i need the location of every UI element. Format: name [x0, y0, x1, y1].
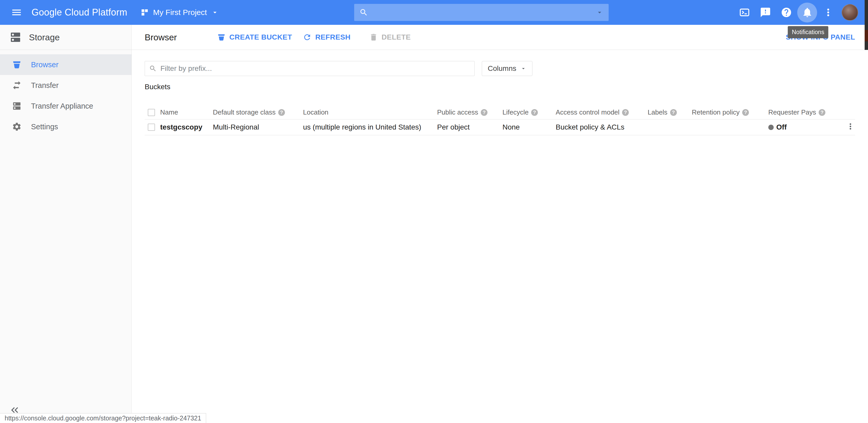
- bucket-icon: [12, 60, 22, 69]
- global-search-input[interactable]: [372, 8, 592, 17]
- sidebar-item-settings[interactable]: Settings: [0, 116, 131, 137]
- header-name: Name: [160, 108, 178, 116]
- create-bucket-button[interactable]: CREATE BUCKET: [217, 33, 292, 41]
- project-icon: [141, 8, 149, 17]
- row-checkbox[interactable]: [148, 123, 155, 131]
- chevron-down-icon: [520, 65, 526, 72]
- columns-dropdown-button[interactable]: Columns: [482, 61, 532, 76]
- buckets-section-label: Buckets: [145, 83, 855, 91]
- filter-box[interactable]: [145, 61, 474, 76]
- header-actions: [735, 3, 868, 23]
- cell-public-access: Per object: [437, 123, 470, 131]
- create-bucket-label: CREATE BUCKET: [229, 33, 292, 41]
- help-icon[interactable]: ?: [278, 109, 285, 116]
- sidebar-nav: Browser Transfer Transfer Appliance Sett…: [0, 50, 131, 137]
- header-storage-class: Default storage class: [213, 108, 276, 116]
- sidebar: Storage Browser Transfer Transfer Applia…: [0, 25, 132, 423]
- sidebar-item-label: Transfer Appliance: [31, 102, 93, 110]
- sidebar-item-transfer[interactable]: Transfer: [0, 75, 131, 96]
- sidebar-header: Storage: [0, 25, 131, 50]
- feedback-icon[interactable]: [755, 3, 775, 23]
- buckets-table: Name Default storage class ? Location Pu…: [145, 106, 855, 135]
- cell-location: us (multiple regions in United States): [303, 123, 421, 131]
- page-title: Browser: [145, 32, 177, 43]
- refresh-icon: [303, 33, 312, 41]
- cell-access-control: Bucket policy & ACLs: [556, 123, 624, 131]
- header-retention-policy: Retention policy: [692, 108, 740, 116]
- columns-label: Columns: [488, 64, 516, 73]
- help-icon[interactable]: ?: [481, 109, 488, 116]
- sidebar-title: Storage: [29, 32, 60, 43]
- help-icon[interactable]: ?: [670, 109, 677, 116]
- more-vertical-icon[interactable]: [818, 3, 838, 23]
- delete-label: DELETE: [381, 33, 411, 41]
- header-requester-pays: Requester Pays: [768, 108, 816, 116]
- sidebar-item-label: Browser: [31, 60, 58, 69]
- search-options-caret-icon[interactable]: [596, 8, 603, 16]
- transfer-arrows-icon: [12, 80, 22, 90]
- filter-row: Columns: [145, 61, 855, 76]
- header-labels: Labels: [648, 108, 668, 116]
- brand-logo: Google Cloud Platform: [32, 7, 127, 18]
- refresh-label: REFRESH: [315, 33, 350, 41]
- project-selector[interactable]: My First Project: [141, 8, 219, 17]
- table-header-row: Name Default storage class ? Location Pu…: [145, 106, 855, 119]
- filter-input[interactable]: [160, 64, 470, 73]
- help-icon[interactable]: ?: [742, 109, 749, 116]
- table-row[interactable]: testgcscopy Multi-Regional us (multiple …: [145, 119, 855, 135]
- header-location: Location: [303, 108, 328, 116]
- header-public-access: Public access: [437, 108, 478, 116]
- appliance-icon: [12, 101, 22, 111]
- cell-storage-class: Multi-Regional: [213, 123, 259, 131]
- storage-product-icon: [9, 31, 22, 44]
- chevron-down-icon: [211, 8, 219, 16]
- notifications-bell-icon[interactable]: [797, 3, 817, 23]
- search-icon: [149, 65, 157, 73]
- cloud-shell-icon[interactable]: [735, 3, 754, 23]
- header-lifecycle: Lifecycle: [502, 108, 529, 116]
- select-all-checkbox[interactable]: [148, 109, 155, 116]
- status-url: https://console.cloud.google.com/storage…: [5, 415, 201, 422]
- main-content: Browser CREATE BUCKET REFRESH DELETE SHO…: [132, 25, 868, 423]
- global-search-bar[interactable]: [354, 4, 609, 21]
- project-name: My First Project: [153, 8, 207, 17]
- requester-pays-status-dot: [768, 124, 774, 130]
- screen-edge-artifact: [865, 0, 868, 50]
- gear-icon: [12, 122, 22, 132]
- help-icon[interactable]: ?: [819, 109, 826, 116]
- app-header: Google Cloud Platform My First Project: [0, 0, 868, 25]
- header-access-control: Access control model: [556, 108, 619, 116]
- search-icon: [359, 8, 368, 17]
- content-area: Columns Buckets Name Default storage cla…: [132, 50, 868, 135]
- status-bar: https://console.cloud.google.com/storage…: [0, 413, 206, 423]
- notifications-tooltip: Notifications: [788, 26, 828, 38]
- avatar[interactable]: [842, 4, 858, 21]
- delete-button[interactable]: DELETE: [369, 33, 411, 41]
- help-icon[interactable]: [776, 3, 796, 23]
- page-toolbar: Browser CREATE BUCKET REFRESH DELETE SHO…: [132, 25, 868, 50]
- cell-requester-pays: Off: [776, 123, 786, 131]
- cell-lifecycle: None: [502, 123, 520, 131]
- help-icon[interactable]: ?: [622, 109, 629, 116]
- bucket-name-link[interactable]: testgcscopy: [160, 123, 202, 131]
- sidebar-item-browser[interactable]: Browser: [0, 54, 131, 75]
- sidebar-item-label: Transfer: [31, 81, 59, 90]
- sidebar-item-label: Settings: [31, 122, 58, 131]
- refresh-button[interactable]: REFRESH: [303, 33, 350, 41]
- row-more-vertical-icon[interactable]: [846, 122, 855, 133]
- hamburger-menu-icon[interactable]: [6, 2, 27, 23]
- trash-icon: [369, 33, 378, 41]
- bucket-icon: [217, 33, 226, 41]
- sidebar-item-transfer-appliance[interactable]: Transfer Appliance: [0, 96, 131, 116]
- help-icon[interactable]: ?: [531, 109, 538, 116]
